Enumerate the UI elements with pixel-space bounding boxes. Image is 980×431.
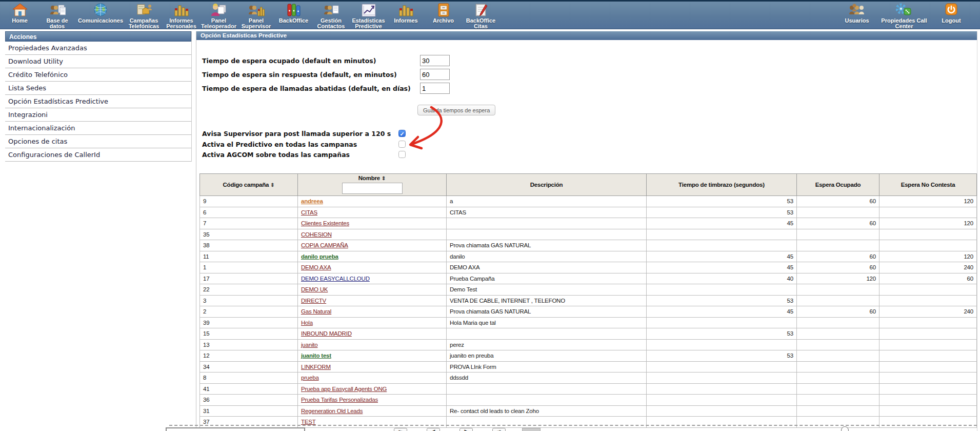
toolbar-item-estad-sticas-predictive[interactable]: Estadísticas Predictive: [350, 3, 387, 29]
toolbar-item-comunicaciones[interactable]: Comunicaciones: [76, 3, 125, 29]
campaign-link-inbound-madrid[interactable]: INBOUND MADRID: [301, 330, 352, 337]
table-row: 36Prueba Tarifas Personalizadas: [200, 395, 977, 406]
sidebar-item-internacionalizaci-n[interactable]: Internacionalización: [5, 122, 191, 135]
busy-wait-cell: [797, 373, 879, 384]
campaign-link-prueba-tarifas-personalizadas[interactable]: Prueba Tarifas Personalizadas: [301, 397, 378, 403]
campaign-name-cell: INBOUND MADRID: [298, 328, 447, 340]
first-page-icon[interactable]: ⇤: [394, 428, 407, 431]
campaign-description-cell: [447, 383, 647, 395]
campaign-code-cell: 3: [200, 295, 298, 306]
campaign-link-copia-campa-a[interactable]: COPIA CAMPAÑA: [301, 242, 348, 248]
tiempo-de-espera-de-llamadas-abatidas-default-en-d-as-input[interactable]: [420, 83, 450, 94]
campaign-description-cell: [447, 395, 647, 406]
toolbar-item-informes[interactable]: Informes: [387, 3, 425, 29]
tiempo-de-espera-sin-respuesta-default-en-minutos-input[interactable]: [420, 69, 450, 80]
sort-icon[interactable]: ⇕: [382, 175, 386, 181]
toolbar-item-label: Panel Supervisor: [237, 18, 275, 29]
campaign-link-clientes-existentes[interactable]: Clientes Existentes: [301, 220, 349, 226]
field-row-2: Tiempo de espera de llamadas abatidas (d…: [202, 83, 489, 95]
toolbar-item-backoffice-citas[interactable]: BackOffice Citas: [462, 3, 499, 29]
reports-icon: [387, 3, 425, 18]
sidebar-item-integrazioni[interactable]: Integrazioni: [5, 108, 191, 122]
ring-time-cell: [647, 395, 797, 406]
sidebar-item-opci-n-estad-sticas-predictive[interactable]: Opción Estadísticas Predictive: [5, 95, 191, 108]
campaign-name-cell: DIRECTV: [298, 295, 447, 306]
toolbar-item-base-de-datos[interactable]: Base de datos: [38, 3, 76, 29]
sort-icon[interactable]: ⇕: [270, 182, 274, 188]
campaign-link-test[interactable]: TEST: [301, 419, 316, 425]
noanswer-wait-cell: [879, 395, 977, 406]
campaign-name-cell: LINKFORM: [298, 361, 447, 373]
campaign-link-prueba[interactable]: prueba: [301, 375, 319, 381]
toolbar-item-logout[interactable]: Logout: [928, 3, 975, 29]
toolbar-item-usuarios[interactable]: Usuarios: [833, 3, 881, 29]
table-row: 1DEMO AXADEMO AXA4560240: [200, 262, 977, 273]
campaign-link-demo-uk[interactable]: DEMO UK: [301, 286, 328, 292]
campaign-link-demo-easycallcloud[interactable]: DEMO EASYCALLCLOUD: [301, 276, 370, 282]
ring-time-cell: [647, 229, 797, 240]
activa-el-predictivo-en-todas-las-campanas-checkbox[interactable]: [398, 141, 406, 148]
tiempo-de-espera-ocupado-default-en-minutos-input[interactable]: [420, 55, 450, 66]
toolbar-item-panel-supervisor[interactable]: Panel Supervisor: [237, 3, 275, 29]
table-row: 13juanitoperez: [200, 339, 977, 350]
table-row: 41Prueba app Easycall Agents ONG: [200, 383, 977, 395]
toolbar-item-label: Home: [1, 18, 38, 24]
toolbar-item-label: Estadísticas Predictive: [350, 18, 387, 29]
campaign-name-cell: Clientes Existentes: [298, 218, 447, 229]
table-row: 15INBOUND MADRID53: [200, 328, 977, 340]
noanswer-wait-cell: [879, 328, 977, 340]
toolbar-item-campa-as-telef-nicas[interactable]: Campañas Telefónicas: [125, 3, 163, 29]
table-row: 6CITASCITAS53: [200, 207, 977, 218]
table-row: 11danilo pruebadanilo4560120: [200, 251, 977, 262]
campaigns-icon: [125, 3, 163, 18]
busy-wait-cell: 60: [797, 196, 879, 207]
table-row: 34LINKFORMPROVA LInk Form: [200, 361, 977, 373]
campaign-link-juanito[interactable]: juanito: [301, 342, 318, 348]
column-header-c-digo-campa-a[interactable]: Código campaña⇕: [200, 174, 298, 196]
sidebar-item-configuraciones-de-callerid[interactable]: Configuraciones de CallerId: [5, 148, 191, 162]
column-header-nombre[interactable]: Nombre⇕: [298, 174, 447, 196]
toolbar-item-propiedades-call-center[interactable]: Propiedades Call Center: [881, 3, 928, 29]
campaign-link-directv[interactable]: DIRECTV: [301, 298, 326, 304]
avisa-supervisor-para-post-llamada-superior-a-120-s-checkbox[interactable]: ✓: [398, 130, 406, 137]
campaign-name-cell: COPIA CAMPAÑA: [298, 240, 447, 251]
campaign-link-prueba-app-easycall-agents-ong[interactable]: Prueba app Easycall Agents ONG: [301, 386, 387, 392]
next-page-icon[interactable]: ▶: [459, 428, 473, 431]
nombre-filter-input[interactable]: [342, 183, 403, 194]
campaign-link-juanito-test[interactable]: juanito test: [301, 352, 331, 359]
campaign-link-danilo-prueba[interactable]: danilo prueba: [301, 253, 338, 260]
ring-time-cell: 45: [647, 306, 797, 318]
campaign-link-citas[interactable]: CITAS: [301, 209, 317, 215]
save-wait-times-button[interactable]: Guarda tiempos de espera: [417, 105, 495, 115]
busy-wait-cell: [797, 350, 879, 362]
activa-agcom-sobre-todas-las-campa-as-checkbox[interactable]: [398, 151, 406, 158]
noanswer-wait-cell: [879, 229, 977, 240]
toolbar-item-panel-teleoperador[interactable]: Panel Teleoperador: [200, 3, 237, 29]
toolbar-item-archivo[interactable]: Archivo: [425, 3, 462, 29]
bottom-bar: ⇤ ◀ ▶ ⇥: [0, 425, 980, 431]
last-page-icon[interactable]: ⇥: [492, 428, 506, 431]
sidebar-item-download-utility[interactable]: Download Utility: [5, 55, 191, 68]
sidebar-item-cr-dito-telef-nico[interactable]: Crédito Telefónico: [5, 68, 191, 82]
footer-search-input[interactable]: [166, 427, 305, 431]
sidebar-item-lista-sedes[interactable]: Lista Sedes: [5, 82, 191, 95]
campaign-link-cohesion[interactable]: COHESION: [301, 231, 332, 238]
page-size-select[interactable]: [522, 428, 541, 431]
sidebar-item-propiedades-avanzadas[interactable]: Propiedades Avanzadas: [5, 42, 191, 55]
sidebar-item-opciones-de-citas[interactable]: Opciones de citas: [5, 135, 191, 148]
archive-icon: [425, 3, 462, 18]
noanswer-wait-cell: 120: [879, 196, 977, 207]
campaign-link-gas-natural[interactable]: Gas Natural: [301, 308, 331, 315]
ring-time-cell: 40: [647, 273, 797, 284]
busy-wait-cell: [797, 317, 879, 328]
toolbar-item-gesti-n-contactos[interactable]: Gestión Contactos: [312, 3, 350, 29]
toolbar-item-backoffice[interactable]: BackOffice: [275, 3, 312, 29]
campaign-link-andreea[interactable]: andreea: [301, 198, 323, 204]
campaign-link-linkform[interactable]: LINKFORM: [301, 364, 331, 370]
toolbar-item-informes-personales[interactable]: Informes Personales: [163, 3, 200, 29]
campaign-link-regeneration-old-leads[interactable]: Regeneration Old Leads: [301, 408, 363, 414]
campaign-link-hola[interactable]: Hola: [301, 320, 313, 326]
campaign-link-demo-axa[interactable]: DEMO AXA: [301, 264, 331, 270]
prev-page-icon[interactable]: ◀: [427, 428, 440, 431]
toolbar-item-home[interactable]: Home: [1, 3, 38, 29]
